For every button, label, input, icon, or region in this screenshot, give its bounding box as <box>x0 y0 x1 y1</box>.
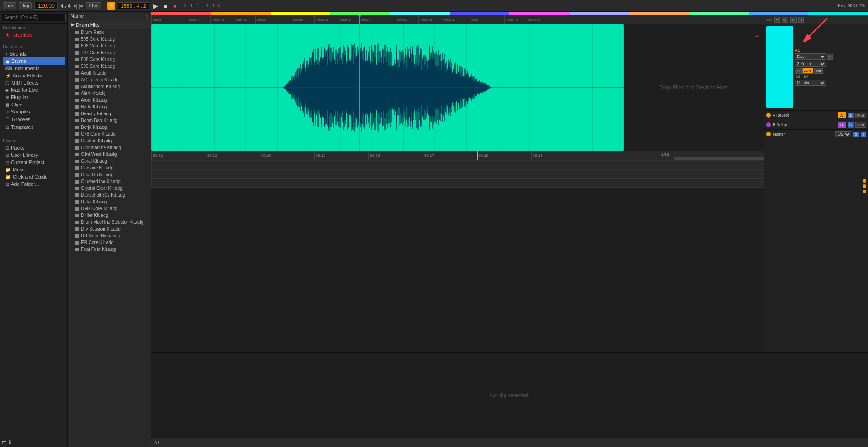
sidebar-item-sounds[interactable]: ♪ Sounds <box>3 50 65 57</box>
sidebar-item-add-folder[interactable]: ⊡ Add Folder... <box>3 180 65 188</box>
record-button[interactable]: ● <box>171 2 178 9</box>
list-item[interactable]: Cashon Kit.adg <box>68 137 151 144</box>
add-folder-icon: ⊡ <box>5 182 9 187</box>
sidebar-item-drums[interactable]: ▣ Drums <box>3 57 65 65</box>
info-icon[interactable]: ℹ <box>9 439 11 445</box>
auto-btn[interactable]: Auto <box>802 68 813 74</box>
ruler-mark: 2590.3 <box>527 15 541 24</box>
send-a-dot <box>766 113 771 118</box>
list-item[interactable]: Borja Kit.adg <box>68 124 151 131</box>
send-b-letter[interactable]: B <box>838 122 846 128</box>
search-input[interactable] <box>2 14 66 21</box>
list-item[interactable]: Dry Session Kit.adg <box>68 226 151 232</box>
sidebar-item-packs[interactable]: ⊡ Packs <box>3 144 65 151</box>
list-item[interactable]: DS Drum Rack.adg <box>68 232 151 239</box>
list-item[interactable]: Battu Kit.adg <box>68 104 151 110</box>
bpm-input[interactable] <box>34 2 58 10</box>
set-btn-2[interactable]: ⊡ <box>782 17 788 23</box>
expand-icon: ▶ <box>71 22 74 28</box>
list-item[interactable]: Drum Machine Selector Kit.adg <box>68 219 151 226</box>
list-item[interactable]: 505 Core Kit.adg <box>68 36 151 42</box>
audio-fx-icon: ⚡ <box>5 73 11 78</box>
file-icon <box>75 241 79 245</box>
list-item[interactable]: Coral Kit.adg <box>68 158 151 165</box>
list-item[interactable]: AG Techno Kit.adg <box>68 76 151 83</box>
set-btn-1[interactable]: + <box>774 17 780 23</box>
list-item[interactable]: C78 Core Kit.adg <box>68 131 151 137</box>
tap-button[interactable]: Tap <box>19 2 32 9</box>
play-button[interactable]: ▶ <box>152 2 160 9</box>
in-btn[interactable]: In <box>795 68 802 74</box>
sidebar-item-midi-effects[interactable]: ⬡ MIDI Effects <box>3 79 65 86</box>
list-item[interactable]: Dancehall 80s Kit.adg <box>68 192 151 198</box>
link-button[interactable]: Link <box>3 2 16 9</box>
key-select[interactable]: 2 Knight <box>795 61 826 67</box>
sidebar-item-grooves[interactable]: ⌒ Grooves <box>3 115 65 123</box>
stop-button[interactable]: ■ <box>162 2 169 9</box>
send-a-post-btn[interactable]: Post <box>855 113 866 118</box>
list-item[interactable]: Chromatone Kit.adg <box>68 144 151 151</box>
send-a-letter[interactable]: A <box>838 112 846 118</box>
file-icon <box>75 119 79 122</box>
send-b-s-btn[interactable]: S <box>848 122 854 128</box>
list-item[interactable]: Acuff Kit.adg <box>68 70 151 76</box>
list-item[interactable]: Driller Kit.adg <box>68 212 151 219</box>
sidebar-item-templates[interactable]: ⊡ Templates <box>3 123 65 131</box>
list-item[interactable]: 606 Core Kit.adg <box>68 42 151 49</box>
sidebar-item-audio-effects[interactable]: ⚡ Audio Effects <box>3 72 65 79</box>
list-item[interactable]: Corvaire Kit.adg <box>68 165 151 171</box>
arrangement-tracks: 2587 2587.2 2587.3 2587.4 2588 2588.2 25… <box>151 15 764 352</box>
fb-item-drum-rack[interactable]: Drum Rack <box>68 29 151 36</box>
list-item[interactable]: Crushed Ice Kit.adg <box>68 178 151 185</box>
midi-label: MIDI <box>847 3 857 8</box>
sidebar-item-samples[interactable]: ≋ Samples <box>3 108 65 115</box>
strip-header-row: → A1 Ext. In ▼ <box>766 26 866 108</box>
sidebar-item-max[interactable]: ◈ Max for Live <box>3 86 65 94</box>
list-item[interactable]: Clint West Kit.adg <box>68 151 151 158</box>
sidebar-item-current-project[interactable]: ⊡ Current Project <box>3 159 65 166</box>
scroll-thumb[interactable] <box>674 157 764 160</box>
colorbar <box>151 12 868 15</box>
list-item[interactable]: Crystal Clear Kit.adg <box>68 185 151 192</box>
sidebar-item-plugins[interactable]: ⊞ Plug-ins <box>3 94 65 101</box>
list-item[interactable]: Datai Kit.adg <box>68 198 151 205</box>
list-item[interactable]: Count In Kit.adg <box>68 171 151 178</box>
list-item[interactable]: Boom Bap Kit.adg <box>68 117 151 124</box>
fb-sort-icon[interactable]: ⇅ <box>145 14 148 19</box>
master-fraction-select[interactable]: 1/2 <box>835 131 851 137</box>
ext-in-arrow[interactable]: ▼ <box>827 54 833 60</box>
send-b-post-btn[interactable]: Post <box>855 122 866 128</box>
sidebar-item-click-and-guide[interactable]: 📁 Click and Guide <box>3 173 65 180</box>
cyan-clip-preview[interactable]: → <box>766 26 793 108</box>
list-item[interactable]: ER Core Kit.adg <box>68 239 151 246</box>
sidebar-item-user-library[interactable]: ⊡ User Library <box>3 151 65 159</box>
playhead-line <box>359 24 360 151</box>
sidebar-item-favorites[interactable]: ★ Favorites <box>3 31 65 38</box>
sidebar-item-instruments[interactable]: ⌨ Instruments <box>3 65 65 72</box>
list-item[interactable]: Feat Peta Kit.adg <box>68 246 151 253</box>
list-item[interactable]: 808 Core Kit.adg <box>68 56 151 63</box>
list-item[interactable]: DMX Core Kit.adg <box>68 205 151 212</box>
drum-hits-header[interactable]: ▶ Drum Hits <box>68 20 151 29</box>
timeline-area: 2587 2587.2 2587.3 2587.4 2588 2588.2 25… <box>151 15 868 352</box>
vol-inf1: -Inf <box>795 75 800 79</box>
user-library-icon: ⊡ <box>5 153 9 158</box>
sidebar-item-music[interactable]: 📁 Music <box>3 166 65 173</box>
list-item[interactable]: 909 Core Kit.adg <box>68 63 151 70</box>
off-btn[interactable]: Off <box>814 68 823 74</box>
status-bar: A1 <box>151 438 868 447</box>
max-icon: ◈ <box>5 88 9 93</box>
track-clip[interactable]: Chapter 7 <box>151 24 624 151</box>
list-item[interactable]: Beastly Kit.adg <box>68 110 151 117</box>
send-a-s-btn[interactable]: S <box>848 113 854 118</box>
list-item[interactable]: 707 Core Kit.adg <box>68 49 151 56</box>
add-folder-label: Add Folder... <box>11 181 39 187</box>
sidebar-item-clips[interactable]: ▦ Clips <box>3 101 65 108</box>
master-select[interactable]: Master <box>795 80 826 86</box>
list-item[interactable]: Akustichord Kit.adg <box>68 83 151 90</box>
sidebar-toggle-icon[interactable]: ⇄ <box>2 439 6 445</box>
file-icon <box>75 221 79 224</box>
list-item[interactable]: Atom Kit.adg <box>68 97 151 104</box>
ext-in-select[interactable]: Ext. In <box>795 53 826 60</box>
list-item[interactable]: Alert Kit.adg <box>68 90 151 97</box>
